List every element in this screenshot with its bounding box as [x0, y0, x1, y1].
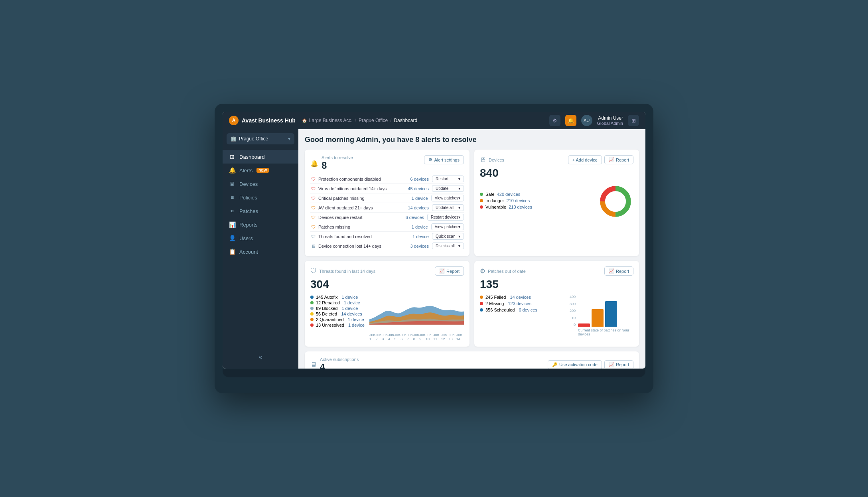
- user-info: Admin User Global Admin: [597, 115, 623, 126]
- sidebar-item-patches[interactable]: ≈ Patches: [223, 204, 298, 218]
- y-axis: 400 300 200 10 0: [570, 295, 576, 327]
- patches-card-header: ⚙ Patches out of date 📈 Report: [480, 266, 633, 276]
- unresolved-label: 13 Unresolved: [316, 323, 344, 327]
- view-patches-btn[interactable]: View patches ▾: [431, 195, 464, 201]
- alert-count[interactable]: 1 device: [405, 234, 429, 239]
- settings-icon[interactable]: ⚙: [549, 115, 560, 126]
- threat-item-quarantined: 2 Quarantined 1 device: [310, 317, 365, 322]
- vuln-link[interactable]: 210 devices: [509, 205, 532, 209]
- alert-text: Patches missing: [318, 225, 401, 229]
- sidebar-item-account[interactable]: 📋 Account: [223, 245, 298, 258]
- bar-failed: [578, 323, 590, 327]
- quarantined-link[interactable]: 1 device: [348, 317, 364, 322]
- subs-report-button[interactable]: 📈 Report: [604, 360, 633, 369]
- sidebar-item-devices[interactable]: 🖥 Devices: [223, 177, 298, 191]
- alert-icon: 🛡: [310, 215, 316, 220]
- threats-card-header: 🛡 Threats found in last 14 days 📈 Report: [310, 266, 464, 276]
- collapse-button[interactable]: «: [229, 353, 292, 361]
- missing-link[interactable]: 123 devices: [508, 301, 531, 306]
- notifications-icon[interactable]: 🔔: [565, 115, 576, 126]
- alert-icon: 🛡: [310, 205, 316, 210]
- legend-danger: In danger 210 devices: [480, 198, 593, 203]
- deleted-link[interactable]: 14 devices: [341, 312, 362, 316]
- alert-text: Critical patches missing: [318, 196, 401, 201]
- chart-icon: 📈: [609, 157, 614, 162]
- alerts-card: 🔔 Alerts to resolve 8 ⚙ Alert settings: [305, 150, 470, 256]
- alert-count[interactable]: 6 devices: [405, 177, 429, 181]
- blocked-label: 89 Blocked: [316, 306, 337, 311]
- alert-settings-label: Alert settings: [434, 158, 460, 162]
- blocked-link[interactable]: 1 device: [341, 306, 358, 311]
- autofix-link[interactable]: 1 device: [341, 295, 358, 300]
- devices-label: Devices: [489, 158, 504, 162]
- failed-link[interactable]: 14 devices: [510, 295, 531, 300]
- patches-ood-label: Patches out of date: [488, 269, 526, 274]
- alert-icon: 🛡: [310, 186, 316, 191]
- alert-action-btn[interactable]: Update ▾: [432, 185, 464, 192]
- sidebar-item-users[interactable]: 👤 Users: [223, 231, 298, 245]
- alert-settings-button[interactable]: ⚙ Alert settings: [424, 155, 464, 164]
- laptop-frame: A Avast Business Hub 🏠 Large Business Ac…: [215, 104, 653, 393]
- devices-report-button[interactable]: 📈 Report: [604, 155, 633, 164]
- patches-scheduled: 356 Scheduled 6 devices: [480, 308, 565, 312]
- alert-action-btn[interactable]: Restart ▾: [432, 176, 464, 182]
- repaired-link[interactable]: 1 device: [344, 300, 360, 305]
- alert-count[interactable]: 6 devices: [400, 215, 424, 220]
- alert-action-btn[interactable]: Restart devices ▾: [427, 214, 464, 221]
- alert-action-btn[interactable]: Quick scan ▾: [432, 233, 464, 240]
- threat-item-blocked: 89 Blocked 1 device: [310, 306, 365, 311]
- threat-item-unresolved: 13 Unresolved 1 device: [310, 323, 365, 327]
- quarantined-label: 2 Quarantined: [316, 317, 344, 322]
- sidebar-item-alerts[interactable]: 🔔 Alerts NEW: [223, 164, 298, 177]
- add-device-button[interactable]: + Add device: [568, 155, 602, 164]
- threat-item-autofix: 145 Autofix 1 device: [310, 295, 365, 300]
- patches-content: 245 Failed 14 devices 2 Missing 123 devi…: [480, 295, 633, 336]
- alert-action-btn[interactable]: Update all ▾: [432, 204, 464, 211]
- view-patches-btn2[interactable]: View patches ▾: [431, 223, 464, 230]
- repaired-dot: [310, 301, 314, 304]
- missing-label: 2 Missing: [485, 301, 504, 306]
- alert-count[interactable]: 14 devices: [405, 205, 429, 210]
- alert-count[interactable]: 1 device: [404, 196, 428, 201]
- threats-chart: Jun 1Jun 2Jun 3Jun 4Jun 5Jun 6Jun 7Jun 8…: [369, 295, 464, 341]
- scheduled-link[interactable]: 6 devices: [519, 308, 537, 312]
- sidebar-item-label: Policies: [239, 195, 257, 201]
- safe-label: Safe: [485, 192, 495, 197]
- unresolved-link[interactable]: 1 device: [348, 323, 365, 327]
- alert-row: 🖥 Device connection lost 14+ days 3 devi…: [310, 241, 464, 250]
- legend-safe: Safe 420 devices: [480, 192, 593, 197]
- user-role: Global Admin: [597, 121, 623, 126]
- report-label: Report: [616, 158, 629, 162]
- sidebar-item-label: Users: [239, 235, 253, 241]
- breadcrumb-org: Large Business Acc.: [309, 118, 353, 123]
- subscriptions-card: 🖥 Active subscriptions 4 🔑 Use activatio…: [305, 351, 639, 369]
- patches-report-button[interactable]: 📈 Report: [604, 266, 633, 276]
- alert-count[interactable]: 1 device: [404, 225, 428, 229]
- top-right-actions: ⚙ 🔔 AU Admin User Global Admin ⊞: [549, 115, 639, 126]
- unresolved-dot: [310, 323, 314, 327]
- autofix-dot: [310, 296, 314, 299]
- content-area: Good morning Admin, you have 8 alerts to…: [298, 129, 645, 369]
- alert-action-btn[interactable]: Dismiss all ▾: [432, 243, 464, 249]
- sidebar-item-policies[interactable]: ≡ Policies: [223, 191, 298, 204]
- chart-icon: 📈: [609, 362, 614, 367]
- danger-label: In danger: [485, 198, 504, 203]
- danger-link[interactable]: 210 devices: [506, 198, 530, 203]
- threats-report-button[interactable]: 📈 Report: [435, 266, 464, 276]
- sidebar-item-reports[interactable]: 📊 Reports: [223, 218, 298, 231]
- dashboard-grid: 🔔 Alerts to resolve 8 ⚙ Alert settings: [305, 150, 639, 369]
- danger-dot: [480, 199, 483, 202]
- subs-label: Active subscriptions: [320, 357, 359, 362]
- account-icon: 📋: [229, 248, 235, 255]
- org-selector[interactable]: 🏢 Prague Office ▾: [227, 133, 294, 144]
- alert-count[interactable]: 45 devices: [405, 186, 429, 191]
- threats-legend: 145 Autofix 1 device 12 Repaired 1 devic…: [310, 295, 365, 338]
- bar-scheduled: [605, 301, 617, 327]
- sidebar-item-dashboard[interactable]: ⊞ Dashboard: [223, 150, 298, 164]
- alert-count[interactable]: 3 devices: [405, 244, 429, 248]
- shield-icon: 🛡: [310, 268, 317, 275]
- apps-icon[interactable]: ⊞: [628, 115, 639, 126]
- safe-link[interactable]: 420 devices: [497, 192, 521, 197]
- avatar: AU: [581, 115, 592, 126]
- use-activation-code-button[interactable]: 🔑 Use activation code: [548, 360, 602, 369]
